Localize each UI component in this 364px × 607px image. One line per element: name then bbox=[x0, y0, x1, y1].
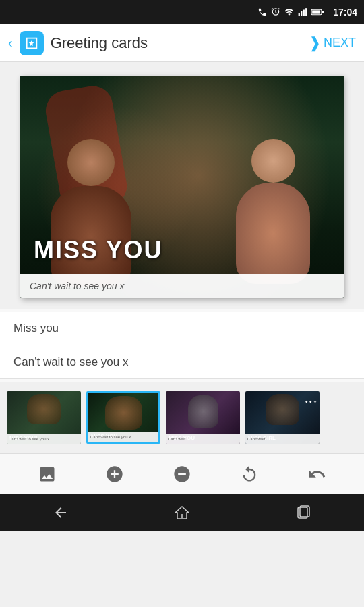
svg-rect-3 bbox=[305, 8, 307, 16]
svg-rect-5 bbox=[312, 10, 320, 13]
thumb-4-subtitle-text: Can't wait... bbox=[247, 437, 268, 441]
status-icons: 17:04 bbox=[257, 7, 357, 18]
remove-item-button[interactable] bbox=[167, 459, 197, 489]
phone-icon bbox=[257, 7, 267, 17]
thumb-3-people bbox=[166, 395, 240, 428]
wifi-icon bbox=[284, 7, 294, 17]
add-image-icon bbox=[38, 465, 57, 484]
card-main-text: MISS YOU bbox=[34, 236, 162, 264]
thumbnail-1[interactable]: Miss you! Can't wait to see you x bbox=[7, 391, 81, 444]
signal-icon bbox=[298, 7, 307, 17]
rotate-icon bbox=[240, 465, 259, 484]
card-subtitle-bar: Can't wait to see you x bbox=[20, 274, 344, 298]
thumb-4-subtitle: Can't wait... bbox=[245, 434, 320, 444]
svg-rect-1 bbox=[301, 11, 302, 16]
undo-icon bbox=[307, 465, 326, 484]
back-button[interactable]: ‹ bbox=[8, 35, 13, 51]
status-time: 17:04 bbox=[333, 7, 357, 18]
thumb-3-subtitle: Can't wait... bbox=[166, 434, 240, 444]
thumb-2-subtitle: Can't wait to see you x bbox=[88, 432, 158, 442]
svg-rect-2 bbox=[303, 10, 305, 16]
app-logo-icon bbox=[24, 36, 39, 51]
next-arrow-icon: ❱ bbox=[309, 34, 321, 52]
thumbnail-3[interactable]: MISS YOU Can't wait... bbox=[166, 391, 240, 444]
next-label: NEXT bbox=[324, 36, 356, 50]
battery-icon bbox=[311, 8, 324, 16]
top-bar-left: ‹ Greeting cards bbox=[8, 31, 148, 55]
android-back-button[interactable] bbox=[46, 498, 75, 527]
alarm-icon bbox=[271, 7, 280, 17]
thumb-1-subtitle: Can't wait to see you x bbox=[7, 434, 81, 444]
figure-right bbox=[229, 139, 317, 274]
text-field-subtitle[interactable]: Can't wait to see you x bbox=[0, 345, 364, 379]
page-title: Greeting cards bbox=[51, 34, 148, 52]
android-home-button[interactable] bbox=[167, 498, 197, 527]
thumbnail-2[interactable]: MISS YOU Can't wait to see you x bbox=[86, 391, 160, 444]
card-background bbox=[20, 76, 344, 298]
android-nav-bar bbox=[0, 494, 364, 531]
thumbnail-strip: Miss you! Can't wait to see you x MISS Y… bbox=[0, 382, 364, 453]
subtitle-field-value: Can't wait to see you x bbox=[13, 355, 129, 369]
add-image-button[interactable] bbox=[32, 459, 62, 489]
card-preview[interactable]: MISS YOU Can't wait to see you x bbox=[20, 76, 344, 298]
thumb-2-people bbox=[88, 396, 158, 430]
svg-rect-6 bbox=[322, 11, 324, 13]
thumb-1-subtitle-text: Can't wait to see you x bbox=[9, 437, 49, 441]
next-button[interactable]: ❱ NEXT bbox=[309, 34, 356, 52]
android-back-icon bbox=[53, 504, 69, 521]
thumb-3-subtitle-text: Can't wait... bbox=[168, 437, 189, 441]
thumb-4-stars: ✦ ✦ ✦ bbox=[305, 394, 317, 406]
android-home-icon bbox=[174, 504, 190, 521]
android-recents-button[interactable] bbox=[289, 498, 318, 527]
app-icon bbox=[20, 31, 44, 55]
card-subtitle-text: Can't wait to see you x bbox=[30, 281, 124, 291]
title-field-value: Miss you bbox=[13, 322, 59, 335]
thumbnail-4[interactable]: ✦ ✦ ✦ Miss girl Can't wait... bbox=[245, 391, 320, 444]
bottom-toolbar bbox=[0, 453, 364, 494]
status-bar: 17:04 bbox=[0, 0, 364, 24]
text-fields-section: Miss you Can't wait to see you x bbox=[0, 309, 364, 382]
add-circle-icon bbox=[105, 465, 124, 484]
undo-button[interactable] bbox=[302, 459, 332, 489]
text-field-title[interactable]: Miss you bbox=[0, 312, 364, 345]
remove-circle-icon bbox=[173, 465, 191, 484]
android-recents-icon bbox=[295, 504, 311, 521]
card-preview-container: MISS YOU Can't wait to see you x bbox=[0, 62, 364, 309]
top-bar: ‹ Greeting cards ❱ NEXT bbox=[0, 24, 364, 62]
add-item-button[interactable] bbox=[100, 459, 129, 489]
rotate-button[interactable] bbox=[235, 459, 264, 489]
svg-rect-0 bbox=[299, 13, 300, 16]
thumb-1-people bbox=[7, 394, 81, 424]
thumb-2-subtitle-text: Can't wait to see you x bbox=[90, 435, 131, 439]
